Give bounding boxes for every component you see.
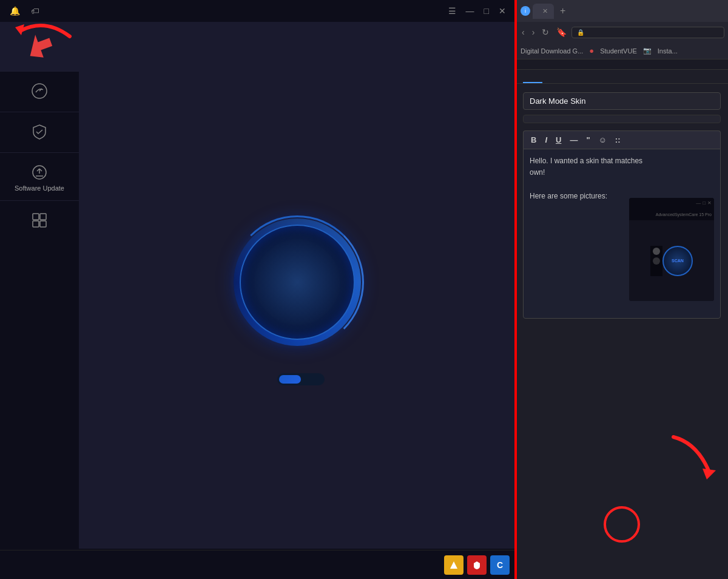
resize-annotation (661, 431, 722, 482)
app-body: Software Update (0, 22, 516, 579)
browser-tab-bar: i ✕ + (516, 0, 728, 22)
browser-favicon: i (521, 6, 530, 16)
tags-field-group (523, 115, 721, 123)
svg-rect-6 (40, 214, 46, 220)
editor-toolbar: B I U — " ☺ :: (523, 130, 721, 149)
taskbar-system-icons: C (444, 555, 510, 575)
taskbar: C (0, 550, 516, 579)
title-bar-controls: ☰ — □ ✕ (445, 5, 510, 17)
bold-button[interactable]: B (527, 134, 540, 146)
manual-mode-button[interactable] (301, 375, 323, 384)
sidebar-item-action-center[interactable] (0, 200, 79, 241)
screenshot-scan-mini: SCAN (662, 246, 693, 276)
underline-button[interactable]: U (552, 134, 565, 146)
editor-screenshot-preview: —□✕ AdvancedSystemCare 15 Pro SCAN (629, 198, 714, 301)
scan-inner-ring (240, 225, 355, 340)
align-arrow-icon (9, 6, 76, 49)
sidebar: Software Update (0, 22, 79, 579)
taskbar-notification-icon[interactable] (444, 555, 463, 575)
protect-icon (31, 123, 48, 140)
app-window: 🔔 🏷 ☰ — □ ✕ (0, 0, 516, 579)
taskbar-app-icon[interactable]: C (490, 555, 510, 575)
browser-bookmarks-bar: Digital Download G... ● StudentVUE 📷 Ins… (516, 42, 728, 59)
red-circle-highlight (604, 506, 640, 543)
browser-active-tab[interactable]: ✕ (533, 4, 554, 19)
browser-nav-bar: ‹ › ↻ 🔖 🔒 (516, 22, 728, 42)
screenshot-titlebar: —□✕ (629, 198, 714, 209)
svg-rect-8 (40, 221, 46, 227)
bookmark-instagram-icon: 📷 (643, 47, 652, 55)
ai-mode-button[interactable] (279, 375, 301, 384)
forum-tabs (516, 70, 728, 84)
more-button[interactable]: :: (612, 134, 624, 146)
scan-button-wrapper[interactable] (231, 215, 364, 349)
svg-marker-11 (703, 469, 716, 479)
svg-rect-5 (33, 214, 39, 220)
screenshot-app-title: AdvancedSystemCare 15 Pro (629, 209, 714, 220)
menu-icon[interactable]: ☰ (445, 5, 460, 17)
browser-back-button[interactable]: ‹ (519, 26, 527, 38)
emoji-button[interactable]: ☺ (595, 134, 610, 146)
sidebar-software-update-label: Software Update (15, 185, 64, 192)
bookmark-studentvue[interactable]: StudentVUE (600, 47, 637, 55)
browser-bookmark-button[interactable]: 🔖 (554, 26, 569, 38)
software-update-icon (31, 164, 48, 181)
editor-group: B I U — " ☺ :: Hello. I wanted a skin th… (523, 128, 721, 319)
browser-panel: i ✕ + ‹ › ↻ 🔖 🔒 Digital Download G... ● … (516, 0, 728, 579)
sidebar-item-software-update[interactable]: Software Update (0, 152, 79, 200)
bookmark-instagram[interactable]: Insta... (658, 47, 678, 55)
browser-forward-button[interactable]: › (530, 26, 538, 38)
tags-input[interactable] (523, 115, 721, 123)
lock-icon: 🔒 (577, 29, 584, 36)
resize-arrow-icon (661, 431, 722, 479)
mode-buttons-container (277, 373, 325, 385)
red-border-line (514, 0, 517, 579)
speed-up-icon (31, 83, 48, 100)
close-button[interactable]: ✕ (495, 5, 510, 17)
mode-selector (270, 373, 325, 385)
forum-header (516, 59, 728, 70)
browser-tab-close-button[interactable]: ✕ (542, 7, 548, 15)
new-tab-button[interactable]: + (556, 5, 569, 16)
main-content: 🎁 (79, 22, 516, 579)
bookmark-studentvue-icon: ● (589, 46, 594, 55)
action-center-icon (31, 212, 48, 229)
browser-refresh-button[interactable]: ↻ (539, 26, 551, 38)
strikethrough-button[interactable]: — (566, 134, 581, 146)
title-input[interactable] (523, 92, 721, 110)
italic-button[interactable]: I (541, 134, 551, 146)
editor-content[interactable]: Hello. I wanted a skin that matchesown!H… (523, 149, 721, 319)
maximize-button[interactable]: □ (480, 5, 493, 17)
svg-rect-7 (33, 221, 39, 227)
editor-text: Hello. I wanted a skin that matchesown!H… (530, 155, 714, 202)
svg-marker-9 (450, 561, 457, 569)
bookmark-digital-download[interactable]: Digital Download G... (521, 47, 583, 55)
title-bar: 🔔 🏷 ☰ — □ ✕ (0, 0, 516, 22)
sidebar-item-speed-up[interactable] (0, 71, 79, 112)
taskbar-security-icon[interactable] (467, 555, 487, 575)
sidebar-item-protect[interactable] (0, 112, 79, 152)
title-field-group (523, 90, 721, 110)
minimize-button[interactable]: — (462, 5, 478, 17)
forum-form: B I U — " ☺ :: Hello. I wanted a skin th… (516, 84, 728, 579)
screenshot-body: SCAN (629, 220, 714, 301)
forum-tab-poll[interactable] (542, 70, 562, 83)
forum-tab-content[interactable] (523, 70, 542, 83)
browser-content: B I U — " ☺ :: Hello. I wanted a skin th… (516, 59, 728, 579)
quote-button[interactable]: " (582, 134, 593, 146)
browser-address-bar[interactable]: 🔒 (571, 27, 724, 38)
